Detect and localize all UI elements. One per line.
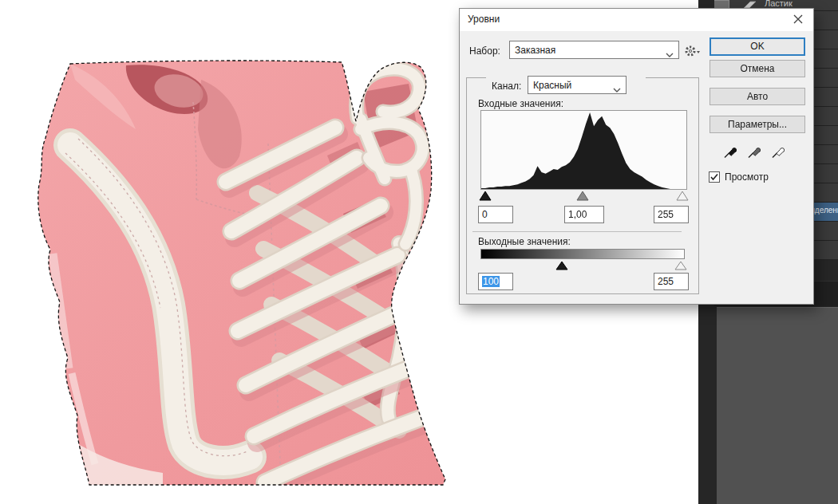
channel-select[interactable]: Красный <box>528 76 627 94</box>
preview-checkbox-row[interactable]: Просмотр <box>709 171 769 183</box>
eyedropper-group <box>723 144 803 160</box>
gray-point-eyedropper-icon[interactable] <box>747 144 761 159</box>
output-white-field[interactable]: 255 <box>654 273 689 290</box>
white-point-eyedropper-icon[interactable] <box>771 144 785 159</box>
output-levels-label: Выходные значения: <box>478 236 571 247</box>
histogram-shape <box>481 112 686 189</box>
lower-panel <box>717 307 838 504</box>
channel-label: Канал: <box>492 81 521 92</box>
preview-checkbox[interactable] <box>709 171 720 183</box>
ok-button[interactable]: OK <box>710 37 805 56</box>
chevron-down-icon <box>666 49 674 60</box>
preview-label: Просмотр <box>725 171 769 183</box>
output-black-field[interactable]: 100 <box>478 273 513 290</box>
output-white-slider <box>675 262 686 270</box>
dialog-titlebar[interactable]: Уровни <box>460 9 813 31</box>
preset-value: Заказная <box>515 45 555 56</box>
close-icon[interactable] <box>793 14 805 26</box>
shoe-image <box>0 0 463 504</box>
output-gradient-bar <box>480 249 685 259</box>
levels-dialog: Уровни Набор: Заказная <box>459 8 814 305</box>
auto-button[interactable]: Авто <box>710 88 805 105</box>
input-black-slider <box>480 191 491 200</box>
input-sliders[interactable] <box>477 191 690 201</box>
input-gamma-field[interactable]: 1,00 <box>564 206 604 223</box>
checkmark-icon <box>710 172 719 182</box>
input-levels-label: Входные значения: <box>478 98 563 109</box>
channel-value: Красный <box>533 80 571 91</box>
history-item-label: Ластик <box>765 0 793 8</box>
preset-options-button[interactable] <box>684 44 703 58</box>
input-black-field[interactable]: 0 <box>478 206 513 223</box>
gear-icon <box>686 47 694 55</box>
chevron-down-icon <box>613 84 621 95</box>
cancel-button[interactable]: Отмена <box>710 60 805 77</box>
output-sliders[interactable] <box>477 261 690 270</box>
options-button[interactable]: Параметры... <box>710 116 805 133</box>
separator <box>472 231 682 232</box>
gear-dropdown-arrow-icon <box>697 51 700 53</box>
histogram <box>480 110 687 190</box>
input-white-field[interactable]: 255 <box>654 206 689 223</box>
output-black-slider <box>556 262 567 270</box>
input-white-slider <box>677 191 688 200</box>
black-point-eyedropper-icon[interactable] <box>723 144 737 159</box>
dialog-title: Уровни <box>468 14 500 25</box>
shoe-body <box>32 56 455 490</box>
input-gamma-slider <box>577 191 588 200</box>
preset-select[interactable]: Заказная <box>509 41 679 59</box>
preset-label: Набор: <box>469 45 500 57</box>
histogram-svg <box>481 111 686 189</box>
screenshot-root: Ластик Выделение <box>0 0 838 504</box>
